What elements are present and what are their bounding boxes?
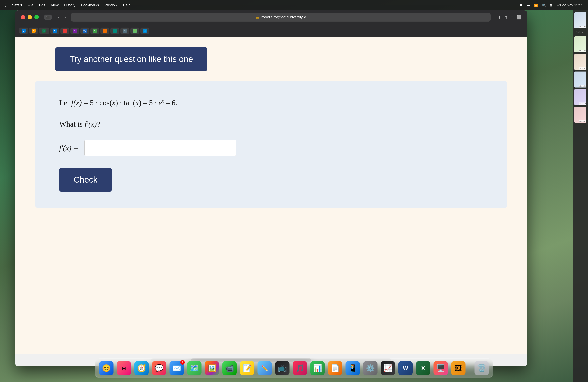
bookmark-item-5[interactable]: C bbox=[60, 28, 69, 34]
bookmark-item-6[interactable]: P bbox=[70, 28, 79, 34]
numbers-icon: 📊 bbox=[313, 364, 322, 372]
thumb-timestamp-2: 09.21.42 bbox=[579, 50, 586, 52]
thumb-timestamp-1: 17.33.20 bbox=[579, 26, 586, 28]
notes-icon: 📝 bbox=[243, 364, 252, 372]
menubar-view[interactable]: View bbox=[51, 3, 59, 7]
bookmark-6-icon: P bbox=[73, 29, 77, 33]
word-icon: W bbox=[403, 365, 408, 371]
answer-input-field[interactable] bbox=[84, 140, 236, 156]
dock-remote[interactable]: 🖥️ bbox=[434, 361, 448, 375]
bookmarks-bar: O ★ 🌐 ▶ C bbox=[15, 24, 527, 37]
battery-icon: ▬ bbox=[527, 3, 530, 7]
bookmark-item-13[interactable]: 🌐 bbox=[140, 28, 149, 34]
dock-messages[interactable]: 💬 bbox=[152, 361, 167, 375]
bookmark-item-11[interactable]: N bbox=[120, 28, 129, 34]
freeform-icon: ✏️ bbox=[261, 365, 268, 372]
sidebar-toggle-button[interactable]: ⬛ bbox=[44, 15, 52, 20]
check-button[interactable]: Check bbox=[59, 168, 112, 192]
bookmark-item-4[interactable]: ▶ bbox=[50, 28, 59, 34]
bookmark-item-7[interactable]: PQ bbox=[80, 28, 89, 34]
messages-icon: 💬 bbox=[155, 364, 164, 372]
dock-music[interactable]: 🎵 bbox=[293, 361, 307, 375]
forward-button[interactable]: › bbox=[63, 14, 68, 20]
new-tab-icon[interactable]: + bbox=[511, 15, 513, 19]
screenshot-thumb-3[interactable]: 10.14.31 bbox=[574, 54, 587, 70]
dock-mail[interactable]: ✉️ 1 bbox=[169, 361, 184, 375]
dock-stocks[interactable]: 📈 bbox=[381, 361, 395, 375]
search-icon[interactable]: 🔍 bbox=[542, 3, 546, 7]
window-controls[interactable] bbox=[21, 15, 39, 19]
dock-photos[interactable]: 🖼️ bbox=[205, 361, 219, 375]
bookmark-item-10[interactable]: G bbox=[110, 28, 119, 34]
tabs-overview-icon[interactable]: ⬜ bbox=[517, 15, 522, 19]
screenshot-thumb-6[interactable]: 13.02.47 bbox=[574, 107, 587, 123]
bookmark-compre[interactable]: 🌐 bbox=[39, 28, 49, 34]
dock-settings[interactable]: ⚙️ bbox=[363, 361, 378, 375]
dock-pages[interactable]: 📄 bbox=[328, 361, 342, 375]
launchpad-icon: ⊞ bbox=[122, 365, 126, 372]
menubar-file[interactable]: File bbox=[28, 3, 33, 7]
menubar-safari[interactable]: Safari bbox=[12, 3, 22, 7]
downloads-icon[interactable]: ⬇ bbox=[498, 15, 501, 19]
dock-safari[interactable]: 🧭 bbox=[134, 361, 149, 375]
bookmark-outlook[interactable]: O bbox=[19, 28, 28, 34]
media-icon: ⏺ bbox=[520, 3, 523, 7]
finder-icon: 😊 bbox=[102, 364, 111, 372]
share-icon[interactable]: ⬆ bbox=[504, 15, 508, 19]
screenshot-thumb-1[interactable]: 17.33.20 bbox=[574, 12, 587, 28]
maximize-button[interactable] bbox=[34, 15, 39, 19]
bookmark-5-icon: C bbox=[63, 29, 67, 33]
dock-freeform[interactable]: ✏️ bbox=[258, 361, 272, 375]
menubar-history[interactable]: History bbox=[64, 3, 75, 7]
dock-maps[interactable]: 🗺️ bbox=[187, 361, 202, 375]
browser-action-buttons: ⬇ ⬆ + ⬜ bbox=[498, 15, 522, 19]
menubar-help[interactable]: Help bbox=[123, 3, 130, 7]
dock-excel[interactable]: X bbox=[416, 361, 430, 375]
answer-equals-label: f′(x) = bbox=[59, 143, 78, 152]
menubar:  Safari File Edit View History Bookmark… bbox=[0, 0, 588, 10]
apple-menu-icon[interactable]:  bbox=[5, 3, 6, 8]
bookmark-item-2[interactable]: ★ bbox=[29, 28, 38, 34]
dock-numbers[interactable]: 📊 bbox=[310, 361, 325, 375]
menubar-edit[interactable]: Edit bbox=[39, 3, 45, 7]
menubar-window[interactable]: Window bbox=[105, 3, 117, 7]
back-button[interactable]: ‹ bbox=[56, 14, 61, 20]
bookmark-item-9[interactable]: 1 bbox=[100, 28, 109, 34]
try-another-question-button[interactable]: Try another question like this one bbox=[55, 47, 207, 71]
minimize-button[interactable] bbox=[28, 15, 32, 19]
close-button[interactable] bbox=[21, 15, 25, 19]
screenshot-thumb-5[interactable]: 12.58.10 bbox=[574, 89, 587, 105]
menubar-bookmarks[interactable]: Bookmarks bbox=[81, 3, 99, 7]
music-icon: 🎵 bbox=[295, 364, 304, 372]
dock-facetime[interactable]: 📹 bbox=[222, 361, 237, 375]
bookmark-8-icon: A bbox=[93, 29, 97, 33]
address-bar[interactable]: 🔒 moodle.maynoothuniversity.ie bbox=[71, 13, 491, 21]
dock-word[interactable]: W bbox=[399, 361, 413, 375]
url-text[interactable]: moodle.maynoothuniversity.ie bbox=[261, 15, 306, 19]
dock: 😊 ⊞ 🧭 💬 ✉️ 1 🗺️ 🖼️ 📹 📝 ✏️ 📺 🎵 📊 📄 📱 bbox=[95, 358, 493, 378]
wifi-icon: 📶 bbox=[534, 3, 538, 7]
bookmark-compre-icon: 🌐 bbox=[42, 29, 46, 33]
appstore-icon: 📱 bbox=[348, 364, 357, 372]
dock-preview[interactable]: 🖼 bbox=[451, 361, 466, 375]
dock-finder[interactable]: 😊 bbox=[99, 361, 114, 375]
dock-notes[interactable]: 📝 bbox=[240, 361, 254, 375]
dock-launchpad[interactable]: ⊞ bbox=[117, 361, 131, 375]
bookmark-2-icon: ★ bbox=[32, 29, 36, 33]
bookmark-9-icon: 1 bbox=[103, 29, 107, 33]
screenshots-sidebar: 17.33.20 09.21.42 09.21.42 10.14.31 12.4… bbox=[573, 10, 588, 382]
answer-row: f′(x) = bbox=[59, 140, 483, 156]
dock-appletv[interactable]: 📺 bbox=[275, 361, 290, 375]
try-question-area: Try another question like this one bbox=[15, 37, 527, 81]
excel-icon: X bbox=[421, 365, 425, 371]
mail-icon: ✉️ bbox=[172, 364, 181, 372]
bookmark-item-12[interactable]: 🍀 bbox=[130, 28, 139, 34]
dock-appstore[interactable]: 📱 bbox=[346, 361, 360, 375]
screenshot-thumb-4[interactable]: 12.44.42 bbox=[574, 72, 587, 88]
safari-icon: 🧭 bbox=[137, 364, 146, 372]
facetime-icon: 📹 bbox=[225, 364, 234, 372]
screenshot-thumb-2[interactable]: 09.21.42 bbox=[574, 36, 587, 52]
dock-trash[interactable]: 🗑️ bbox=[475, 361, 489, 375]
control-center-icon[interactable]: ⊞ bbox=[550, 3, 553, 7]
bookmark-item-8[interactable]: A bbox=[90, 28, 99, 34]
